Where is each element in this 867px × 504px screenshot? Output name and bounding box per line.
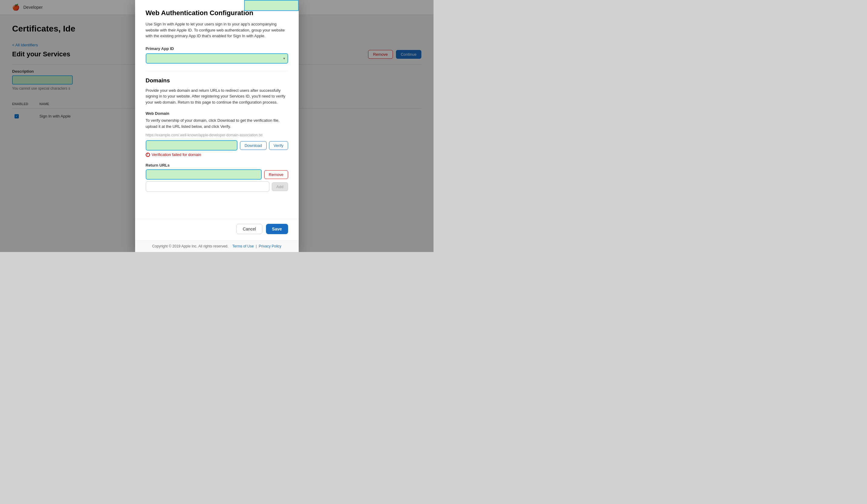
return-url-remove-button[interactable]: Remove [264, 170, 288, 179]
terms-of-use-link[interactable]: Terms of Use [232, 244, 254, 248]
add-url-button[interactable]: Add [272, 182, 288, 191]
verify-button[interactable]: Verify [269, 141, 288, 150]
web-auth-modal: Web Authentication Configuration Use Sig… [135, 0, 299, 252]
save-button[interactable]: Save [266, 224, 288, 234]
return-urls-section: Return URLs Remove Add [146, 163, 288, 192]
copyright-text: Copyright © 2019 Apple Inc. All rights r… [152, 244, 228, 248]
web-domain-description: To verify ownership of your domain, clic… [146, 118, 288, 129]
download-button[interactable]: Download [240, 141, 267, 150]
modal-bottom-footer: Copyright © 2019 Apple Inc. All rights r… [135, 240, 299, 252]
web-domain-input-row: Download Verify [146, 140, 288, 151]
web-domain-input[interactable] [146, 140, 238, 151]
add-url-row: Add [146, 181, 288, 192]
web-domain-subsection: Web Domain To verify ownership of your d… [146, 111, 288, 157]
modal-overlay: Web Authentication Configuration Use Sig… [0, 0, 434, 252]
privacy-policy-link[interactable]: Privacy Policy [259, 244, 281, 248]
url-hint: https://example.com/.well-known/apple-de… [146, 133, 288, 137]
cancel-button[interactable]: Cancel [236, 224, 263, 234]
domains-description: Provide your web domain and return URLs … [146, 87, 288, 105]
error-icon: ! [146, 153, 150, 157]
return-url-input[interactable] [146, 169, 262, 180]
top-right-highlight [244, 0, 299, 11]
modal-body: Web Authentication Configuration Use Sig… [135, 0, 299, 219]
modal-footer: Cancel Save [135, 219, 299, 240]
domains-section: Domains Provide your web domain and retu… [146, 77, 288, 192]
domains-divider [146, 71, 288, 71]
add-url-input[interactable] [146, 181, 270, 192]
web-domain-label: Web Domain [146, 111, 288, 116]
verification-error: ! Verification failed for domain [146, 152, 288, 157]
return-url-row: Remove [146, 169, 288, 180]
primary-app-id-label: Primary App ID [146, 46, 288, 51]
error-text: Verification failed for domain [152, 152, 201, 157]
select-wrapper [146, 53, 288, 64]
return-urls-label: Return URLs [146, 163, 288, 168]
domains-heading: Domains [146, 77, 288, 84]
primary-app-id-section: Primary App ID [146, 46, 288, 64]
primary-app-id-select[interactable] [146, 53, 288, 64]
modal-description: Use Sign In with Apple to let your users… [146, 21, 288, 39]
